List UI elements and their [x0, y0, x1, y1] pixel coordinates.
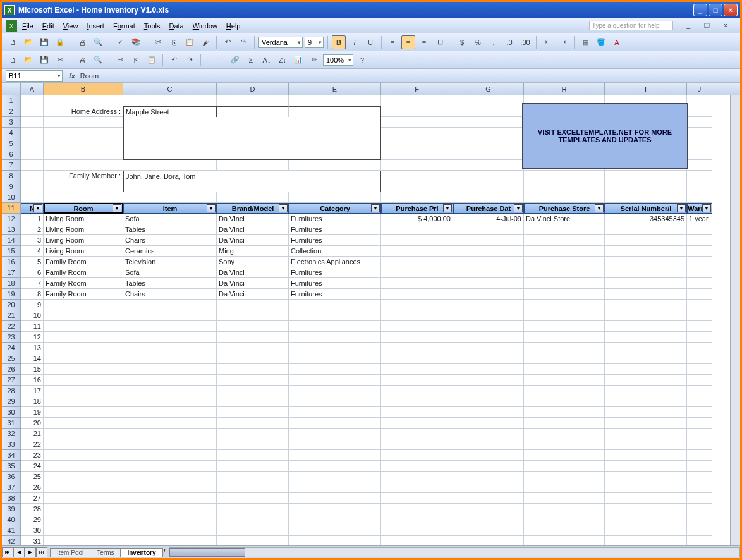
cell[interactable] [605, 504, 687, 514]
table-cell[interactable]: Chairs [123, 235, 217, 246]
cell[interactable] [289, 429, 381, 439]
cell[interactable] [453, 160, 524, 171]
row-header[interactable]: 36 [2, 472, 21, 482]
table-cell[interactable]: Furnitures [289, 289, 381, 300]
cell[interactable] [453, 300, 524, 310]
format-painter-icon[interactable]: 🖌 [198, 35, 212, 49]
cell[interactable] [123, 482, 217, 493]
cell[interactable]: John, Jane, Dora, Tom [123, 171, 217, 181]
cell[interactable] [44, 117, 123, 128]
table-cell[interactable] [381, 246, 453, 257]
table-cell[interactable] [381, 289, 453, 300]
cell[interactable]: 17 [21, 386, 44, 396]
table-cell[interactable] [605, 235, 687, 246]
cell[interactable] [217, 514, 289, 525]
table-cell[interactable]: Tables [123, 224, 217, 235]
cell[interactable] [453, 95, 524, 106]
cell[interactable] [289, 407, 381, 418]
cell[interactable] [44, 181, 123, 192]
spell-icon[interactable]: ✓ [113, 35, 127, 49]
table-cell[interactable]: 345345345 [605, 214, 687, 224]
cell[interactable] [381, 396, 453, 407]
row-header[interactable]: 12 [2, 214, 21, 224]
cell[interactable] [605, 461, 687, 472]
cell[interactable] [289, 396, 381, 407]
table-cell[interactable]: 4-Jul-09 [453, 214, 524, 224]
table-header[interactable]: Item▼ [123, 203, 217, 214]
cell[interactable] [44, 386, 123, 396]
row-header-2[interactable]: 2 [2, 106, 21, 117]
cell[interactable] [381, 117, 453, 128]
cell[interactable] [44, 536, 123, 545]
cell[interactable] [289, 117, 381, 128]
table-cell[interactable]: 5 [21, 257, 44, 267]
cell[interactable] [21, 138, 44, 149]
align-right-button[interactable]: ≡ [417, 35, 431, 49]
table-cell[interactable]: Electronics Appliances [289, 257, 381, 267]
cell[interactable] [289, 128, 381, 138]
name-box[interactable]: B11 [6, 70, 63, 82]
table-cell[interactable] [524, 224, 605, 235]
save-icon[interactable]: 💾 [37, 35, 51, 49]
cell[interactable]: 23 [21, 450, 44, 461]
cell[interactable] [289, 461, 381, 472]
cell[interactable] [217, 450, 289, 461]
cell[interactable]: 11 [21, 321, 44, 332]
cell[interactable] [21, 106, 44, 117]
cell[interactable]: 29 [21, 514, 44, 525]
cell[interactable] [381, 493, 453, 504]
table-cell[interactable]: Living Room [44, 235, 123, 246]
cell[interactable] [687, 375, 712, 386]
table-cell[interactable]: Sofa [123, 214, 217, 224]
row-header[interactable]: 20 [2, 300, 21, 310]
save2-icon[interactable]: 💾 [37, 53, 51, 67]
cell[interactable] [217, 310, 289, 321]
table-cell[interactable]: 6 [21, 267, 44, 278]
cell[interactable] [524, 418, 605, 429]
cell[interactable] [217, 138, 289, 149]
row-header[interactable]: 27 [2, 375, 21, 386]
cell[interactable] [524, 407, 605, 418]
borders-button[interactable]: ▦ [578, 35, 592, 49]
table-cell[interactable] [605, 278, 687, 289]
cell[interactable] [44, 396, 123, 407]
cell[interactable] [687, 128, 712, 138]
cell[interactable] [524, 504, 605, 514]
cut2-icon[interactable]: ✂ [113, 53, 127, 67]
cell[interactable]: 30 [21, 525, 44, 536]
table-cell[interactable]: Sony [217, 257, 289, 267]
table-cell[interactable]: 1 year [687, 214, 712, 224]
redo-icon[interactable]: ↷ [236, 35, 250, 49]
cell[interactable] [687, 321, 712, 332]
hyperlink-icon[interactable]: 🔗 [228, 53, 242, 67]
print-icon[interactable]: 🖨 [75, 35, 89, 49]
cell[interactable]: 22 [21, 439, 44, 450]
decrease-indent-button[interactable]: ⇤ [540, 35, 554, 49]
cell[interactable] [524, 192, 605, 203]
table-cell[interactable]: Sofa [123, 267, 217, 278]
table-cell[interactable]: 7 [21, 278, 44, 289]
row-header[interactable]: 25 [2, 353, 21, 364]
cell[interactable] [123, 364, 217, 375]
cell[interactable] [453, 171, 524, 181]
cell[interactable] [123, 525, 217, 536]
cell[interactable] [217, 504, 289, 514]
cell[interactable] [289, 192, 381, 203]
cell[interactable] [381, 343, 453, 353]
table-header[interactable]: Purchase Dat▼ [453, 203, 524, 214]
cell[interactable] [687, 472, 712, 482]
row-header-1[interactable]: 1 [2, 95, 21, 106]
table-cell[interactable] [605, 257, 687, 267]
cell[interactable] [605, 429, 687, 439]
cell[interactable] [217, 128, 289, 138]
doc-minimize-button[interactable]: _ [687, 22, 691, 29]
table-cell[interactable] [453, 278, 524, 289]
cell[interactable] [217, 386, 289, 396]
row-header[interactable]: 16 [2, 257, 21, 267]
cell[interactable] [123, 149, 217, 160]
fill-color-button[interactable]: 🪣 [594, 35, 608, 49]
cell[interactable] [123, 160, 217, 171]
cell[interactable] [605, 396, 687, 407]
table-cell[interactable]: Da Vinci [217, 224, 289, 235]
col-I[interactable]: I [605, 83, 687, 95]
